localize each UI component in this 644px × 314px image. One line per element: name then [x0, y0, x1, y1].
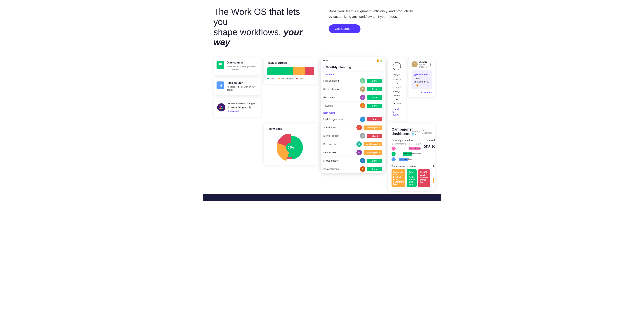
progress-working-segment — [293, 67, 305, 75]
status-badge: Done — [367, 159, 382, 163]
timeline-row: Fall collection — [392, 146, 421, 151]
more-options-icon[interactable]: ··· — [380, 65, 382, 69]
status-mini-card-stuck: Stuck / 1 March Madness promo Add — [418, 169, 430, 187]
status-badge: Done — [367, 104, 382, 108]
phone-mockup: 09:41 ▲ 📶 🔋 ‹ Monthly planning ··· This … — [321, 57, 385, 173]
automation-card: When a status changes to something, noti… — [214, 98, 261, 117]
status-mini-item: Product listing — [393, 176, 404, 181]
hero-subtitle: Boost your team’s alignment, efficiency,… — [329, 8, 417, 19]
avatar: D — [356, 141, 362, 147]
progress-legend: Done Working on it Stuck — [268, 77, 314, 80]
status-badge: Stuck — [367, 117, 382, 121]
commenter-role: Product Manager — [419, 63, 427, 68]
table-row: Monitor budget M Stuck — [321, 132, 385, 140]
comment-action-button[interactable]: Comment — [412, 91, 432, 94]
get-started-button[interactable]: Get Started → — [329, 24, 360, 33]
avatar — [392, 157, 396, 161]
legend-stuck: Stuck — [296, 77, 304, 80]
campaigns-dashboard-card: Campaigns dashboard ⚙ Integrate 🌐 ● ☁ 7 … — [388, 123, 435, 191]
svg-rect-0 — [219, 64, 222, 67]
files-column-card: Files column Add files to items within y… — [214, 78, 261, 95]
comment-header: J Justin Product Manager ⋮ — [412, 60, 432, 68]
status-mini-card-working: Working on it / 2 Product listing Valent… — [392, 169, 406, 187]
status-badge: Done — [367, 79, 382, 83]
timeline-dates: Dec 1234567891011121314151617 — [392, 143, 421, 145]
avatar: T — [360, 103, 366, 108]
automation-text: When a status changes to something, noti… — [228, 102, 257, 113]
status-mini-item: Valentine's Day — [393, 181, 404, 185]
phone-status-bar: 09:41 ▲ 📶 🔋 — [321, 57, 385, 63]
svg-rect-13 — [220, 108, 222, 109]
avatar: F — [360, 78, 366, 83]
integrate-icon[interactable]: ⚙ Integrate 🌐 ● — [412, 128, 420, 135]
phone-time: 09:41 — [323, 60, 328, 62]
avatar: C — [360, 166, 366, 172]
status-mini-item: Easter promo — [408, 176, 415, 181]
plus-icon: + — [393, 62, 401, 70]
table-row: Refine objectives R Done — [321, 85, 385, 93]
avatar: S — [360, 95, 366, 100]
timeline-label: New vegan ice cream — [404, 153, 421, 155]
bottom-dark-section — [203, 194, 441, 201]
status-mini-label: Done / 2 — [408, 171, 415, 175]
table-row: Update agreement U Stuck — [321, 115, 385, 123]
svg-rect-4 — [219, 84, 222, 87]
timeline-label: Low cost deals — [400, 158, 412, 160]
bar-item — [433, 178, 434, 183]
bar-item — [435, 179, 435, 183]
avatar: S — [356, 125, 362, 130]
commenter-avatar: J — [412, 61, 418, 67]
date-column-title: Date column — [227, 61, 257, 64]
phone-signal-icon: ▲ 📶 🔋 — [374, 59, 382, 62]
pie-center-label: 55% — [288, 146, 294, 149]
legend-working: Working on it — [278, 77, 293, 80]
campaign-timeline-section: Campaign timeline Dec 123456789101112131… — [392, 139, 431, 161]
automate-button[interactable]: ☁ 7 / Automate — [422, 129, 432, 134]
date-icon — [216, 61, 224, 69]
status-badge: Working on it — [364, 150, 382, 155]
task-progress-card: Task progress Done Working on it Stuck — [264, 57, 318, 84]
comment-mention: @Prasannah — [414, 73, 428, 76]
team-status-label: Team status overview — [392, 165, 430, 168]
table-row: Content review C Done — [321, 165, 385, 173]
timeline-row: Low cost deals — [392, 157, 421, 161]
files-icon — [216, 81, 224, 89]
svg-rect-15 — [221, 106, 222, 107]
campaigns-header: Campaigns dashboard ⚙ Integrate 🌐 ● ☁ 7 … — [392, 127, 431, 136]
status-mini-item: Add — [420, 181, 428, 183]
comment-bubble: @Prasannah it looks amazing! I like it 👍 — [412, 70, 432, 89]
table-row: Develop plan D Working on it — [321, 140, 385, 148]
bar-group — [433, 178, 435, 183]
progress-bar — [268, 67, 314, 75]
status-mini-label: Stuck / 1 — [420, 171, 428, 173]
avatar: U — [360, 116, 366, 122]
table-row: Kickoff budget K Done — [321, 157, 385, 165]
left-column: Date column Add dates to ensure you neve… — [214, 57, 261, 117]
table-row: New ad test N Working on it — [321, 148, 385, 157]
timeline-rows: Fall collection New vegan ice cream — [392, 146, 421, 161]
timeline-row: New vegan ice cream — [392, 152, 421, 156]
timeline-bar-container: Fall collection — [397, 147, 421, 150]
comment-more-icon[interactable]: ⋮ — [429, 62, 432, 66]
back-icon[interactable]: ‹ — [323, 65, 324, 69]
status-badge: Working on it — [364, 142, 382, 146]
progress-done-segment — [268, 67, 293, 75]
hero-title: The Work OS that lets you shape workflow… — [214, 7, 315, 47]
table-row: Resources S Done — [321, 93, 385, 102]
avatar: R — [360, 86, 366, 92]
section-this-month: This month — [321, 71, 385, 77]
timeline-title: Campaign timeline — [392, 139, 421, 142]
status-badge: Working on it — [364, 125, 382, 130]
status-cards-row: Working on it / 2 Product listing Valent… — [392, 169, 430, 187]
phone-title-row: ‹ Monthly planning ··· — [321, 63, 385, 71]
date-column-card: Date column Add dates to ensure you neve… — [214, 57, 261, 75]
add-to-board-button[interactable]: + Add to board — [392, 108, 401, 116]
marketing-arr-label: Marketing ARR goal — [424, 139, 435, 142]
automation-right-text: When an item is created assign creator a… — [392, 73, 401, 105]
team-status-chart-label: Team status overview — [433, 165, 435, 168]
status-mini-item: March Madness promo — [420, 174, 428, 181]
campaigns-tools: ⚙ Integrate 🌐 ● ☁ 7 / Automate — [412, 128, 432, 135]
pie-chart: 55% — [277, 134, 304, 161]
status-mini-card-done: Done / 2 Easter promo Blog status — [407, 169, 416, 187]
team-status-section: Team status overview Working on it / 2 P… — [392, 165, 431, 187]
